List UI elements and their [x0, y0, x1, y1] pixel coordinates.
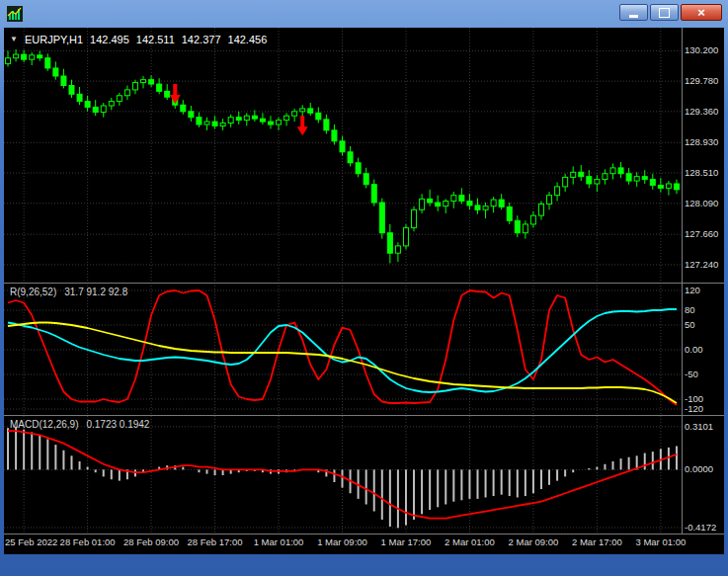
mt4-chart-window: × 130.200129.780129.360128.930128.510128… [0, 0, 728, 576]
svg-text:127.240: 127.240 [685, 259, 718, 270]
chevron-down-icon[interactable]: ▼ [10, 36, 18, 43]
svg-text:28 Feb 01:00: 28 Feb 01:00 [60, 536, 116, 547]
signal-arrows [170, 84, 308, 135]
svg-text:1 Mar 09:00: 1 Mar 09:00 [317, 536, 367, 547]
svg-text:2 Mar 17:00: 2 Mar 17:00 [572, 536, 622, 547]
macd-values: 0.1723 0.1942 [86, 419, 149, 430]
time-axis-labels: 25 Feb 202228 Feb 01:0028 Feb 09:0028 Fe… [5, 536, 686, 547]
quote-line: ▼ EURJPY,H1 142.495 142.511 142.377 142.… [10, 34, 267, 45]
quote-open: 142.495 [90, 34, 129, 45]
svg-text:1 Mar 01:00: 1 Mar 01:00 [254, 536, 304, 547]
svg-text:128.510: 128.510 [685, 167, 718, 178]
quote-low: 142.377 [182, 34, 221, 45]
oscillator-label: R(9,26,52) 31.7 91.2 92.8 [10, 287, 127, 297]
svg-text:128.930: 128.930 [685, 136, 718, 147]
oscillator-axis-labels: 12080500.00-50-100-120 [685, 285, 703, 414]
minimize-button[interactable] [619, 4, 648, 21]
oscillator-values: 31.7 91.2 92.8 [64, 287, 127, 297]
svg-text:-50: -50 [685, 369, 698, 379]
minimize-icon [629, 15, 638, 18]
svg-text:129.780: 129.780 [685, 75, 718, 86]
svg-text:0.0000: 0.0000 [685, 463, 713, 474]
svg-text:127.660: 127.660 [685, 228, 718, 239]
svg-text:0.3101: 0.3101 [685, 421, 713, 432]
chart-area[interactable]: 130.200129.780129.360128.930128.510128.0… [4, 28, 724, 554]
window-titlebar[interactable]: × [0, 0, 728, 28]
close-button[interactable]: × [681, 4, 722, 21]
symbol-period-label: EURJPY,H1 [25, 34, 83, 45]
svg-text:80: 80 [685, 304, 695, 315]
svg-text:0.00: 0.00 [685, 344, 703, 355]
quote-high: 142.511 [136, 34, 175, 45]
svg-text:130.200: 130.200 [685, 44, 718, 55]
grid-lines [4, 28, 681, 534]
svg-text:50: 50 [685, 319, 695, 330]
restore-icon [659, 8, 670, 18]
svg-text:120: 120 [685, 285, 700, 295]
window-buttons: × [619, 4, 722, 21]
macd-name: MACD(12,26,9) [10, 419, 78, 430]
price-axis-labels: 130.200129.780129.360128.930128.510128.0… [685, 44, 718, 270]
quote-close: 142.456 [228, 34, 268, 45]
svg-text:-0.4172: -0.4172 [685, 522, 716, 533]
svg-text:25 Feb 2022: 25 Feb 2022 [5, 536, 57, 547]
macd-label: MACD(12,26,9) 0.1723 0.1942 [10, 419, 149, 430]
svg-text:28 Feb 09:00: 28 Feb 09:00 [123, 536, 179, 547]
svg-text:3 Mar 01:00: 3 Mar 01:00 [636, 536, 687, 547]
svg-text:28 Feb 17:00: 28 Feb 17:00 [188, 536, 243, 547]
oscillator-name: R(9,26,52) [10, 287, 56, 297]
macd-axis-labels: 0.31010.0000-0.4172 [685, 421, 716, 533]
svg-text:1 Mar 17:00: 1 Mar 17:00 [381, 536, 432, 547]
svg-text:129.360: 129.360 [685, 106, 718, 117]
restore-button[interactable] [650, 4, 679, 21]
svg-text:2 Mar 09:00: 2 Mar 09:00 [509, 536, 559, 547]
svg-text:128.090: 128.090 [685, 198, 718, 208]
svg-text:-120: -120 [685, 403, 703, 414]
close-icon: × [697, 6, 705, 19]
svg-text:2 Mar 01:00: 2 Mar 01:00 [445, 536, 495, 547]
app-icon [7, 6, 23, 22]
